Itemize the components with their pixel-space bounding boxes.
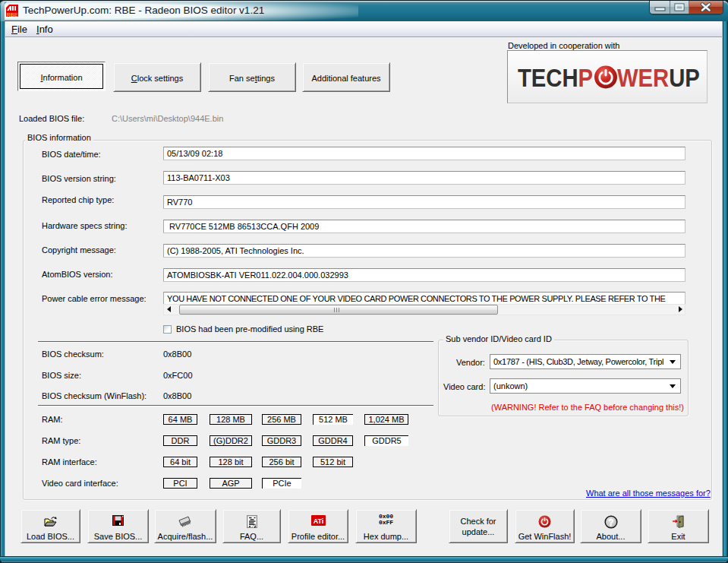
svg-text:RBE: RBE [7, 12, 18, 17]
svg-text:?: ? [608, 517, 613, 528]
svg-text:ATi: ATi [313, 517, 323, 525]
